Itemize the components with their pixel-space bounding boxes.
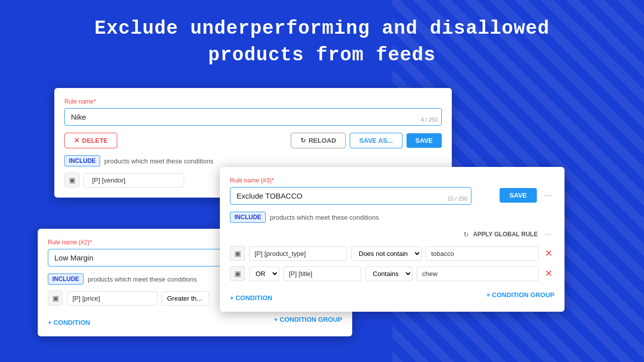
panel3-input-wrap: 15 / 250 [230,187,471,205]
add-condition-group-panel3[interactable]: + CONDITION GROUP [487,291,554,299]
condition-row-1: ▣ [P] [product_type] Does not contain ✕ [230,246,554,261]
more-options-global[interactable]: ··· [542,228,554,241]
remove-row1-button[interactable]: ✕ [543,248,554,259]
panel1-label: Rule name* [64,98,442,105]
save-button-panel3[interactable]: SAVE [500,188,537,203]
hero-line1: Exclude underperforming and disallowed [30,15,614,42]
panel1-char-count: 4 / 250 [421,117,438,123]
panel3-bottom-actions: + CONDITION + CONDITION GROUP [230,288,554,302]
delete-button[interactable]: ✕ DELETE [64,133,117,148]
copy-button-panel1[interactable]: ▣ [64,172,79,188]
copy-button-panel2[interactable]: ▣ [48,291,63,306]
copy-button-row2[interactable]: ▣ [230,266,245,281]
panel1-actions-left: ✕ DELETE [64,133,117,148]
add-condition-group-panel2[interactable]: + CONDITION GROUP [274,316,342,323]
row1-field: [P] [product_type] [249,246,347,261]
x-icon: ✕ [74,137,79,144]
row2-field: [P] [title] [283,266,361,281]
add-condition-panel2[interactable]: + CONDITION [48,319,90,326]
reload-icon: ↻ [300,137,306,144]
panel1-vendor-field: [P] [vendor] [84,173,184,188]
panel3-header-right: SAVE ··· [500,179,554,203]
row2-value[interactable] [417,266,539,281]
hero-line2: products from feeds [30,42,614,68]
panel3-label-wrap: Rule name (#3)* 15 / 250 [230,177,471,205]
include-tag-panel1: INCLUDE [64,155,100,166]
include-tag-panel2: INCLUDE [48,274,84,285]
panel3-label: Rule name (#3)* [230,177,471,184]
panel3-header: Rule name (#3)* 15 / 250 SAVE ··· [230,177,554,205]
row1-operator[interactable]: Does not contain [351,246,422,261]
save-button-panel1[interactable]: SAVE [407,133,442,148]
row2-connector[interactable]: OR [249,266,279,281]
reload-button[interactable]: ↻ RELOAD [291,133,346,148]
panel-exclude-tobacco: Rule name (#3)* 15 / 250 SAVE ··· INCLUD… [220,167,565,312]
condition-row-2: ▣ OR [P] [title] Contains ✕ [230,266,554,281]
panel2-bottom-actions: + CONDITION + CONDITION GROUP [48,313,342,326]
panel2-operator: Greater th... [162,291,209,306]
reload-icon-small: ↻ [463,231,469,238]
add-condition-panel3[interactable]: + CONDITION [230,294,272,302]
panel3-rule-name-input[interactable] [230,187,471,205]
panel2-price-field: [P] [price] [67,291,157,306]
save-as-button[interactable]: SAVE AS... [350,133,402,148]
include-tag-panel3: INCLUDE [230,212,266,223]
panel1-input-wrap: 4 / 250 [64,108,442,126]
hero-title: Exclude underperforming and disallowed p… [0,10,644,73]
panel3-include-bar: INCLUDE products which meet these condit… [230,212,554,223]
panel3-left: Rule name (#3)* 15 / 250 [230,177,471,205]
panel3-char-count: 15 / 250 [447,196,467,202]
remove-row2-button[interactable]: ✕ [543,268,554,279]
more-options-panel3[interactable]: ··· [541,188,554,203]
panel1-rule-name-input[interactable] [64,108,442,126]
row1-value[interactable] [426,246,539,261]
apply-global-row: ↻ APPLY GLOBAL RULE ··· [230,228,554,241]
row2-operator[interactable]: Contains [365,266,413,281]
panel1-actions: ✕ DELETE ↻ RELOAD SAVE AS... SAVE [64,133,442,148]
copy-button-row1[interactable]: ▣ [230,246,245,261]
panel1-include-bar: INCLUDE products which meet these condit… [64,155,442,166]
apply-global-label: APPLY GLOBAL RULE [473,231,537,238]
